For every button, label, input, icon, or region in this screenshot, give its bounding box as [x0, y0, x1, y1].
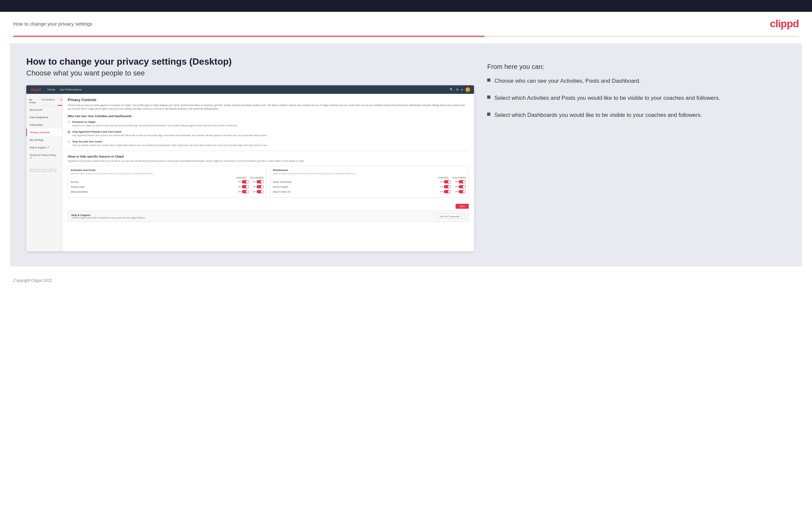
mock-rounds-followers-toggle[interactable]: ON [253, 180, 264, 183]
mock-manual-label: Manual Activities [70, 191, 238, 193]
mock-player-dash-coaches-on: ON [440, 181, 443, 183]
mock-navbar: clippd Home My Performance 🔍 ⚙ ● [26, 85, 474, 94]
mock-privacy-title: Privacy Controls [68, 98, 469, 102]
mock-dashboards-box: Dashboards Select the types of activity … [270, 166, 469, 198]
mock-sidebar-service-label: Service & Privacy Policy ↗ [30, 154, 59, 160]
mock-dashboards-header: COACHES FOLLOWERS [273, 177, 466, 179]
mock-activities-header: COACHES FOLLOWERS [70, 177, 264, 179]
mock-radio-only-you-desc: Only you and the coaches you connect wit… [72, 144, 268, 147]
mock-rounds-coaches-toggle[interactable]: ON [238, 180, 249, 183]
mock-bell-icon: ⚙ [456, 88, 459, 91]
header-title: How to change your privacy settings [13, 21, 92, 26]
mock-player-dash-followers-switch[interactable] [459, 180, 466, 183]
mock-radio-followers-btn[interactable] [68, 130, 70, 133]
mock-radio-only-you-btn[interactable] [68, 140, 70, 143]
mock-tab-connections[interactable]: Connections [39, 97, 57, 106]
mock-toggle-what-to-work: What To Work On ON ON [273, 190, 466, 193]
main-subtitle: Choose what you want people to see [26, 69, 474, 77]
mock-drills-followers-toggle[interactable]: ON [253, 185, 264, 188]
mock-rounds-coaches-on: ON [238, 181, 241, 183]
mock-manual-followers-toggle[interactable]: ON [253, 190, 264, 193]
mock-dashboards-desc: Select the types of activity that you'd … [273, 173, 466, 175]
mock-what-to-work-coaches-toggle[interactable]: ON [440, 190, 451, 193]
mock-chevron-data: › [58, 116, 59, 118]
mock-visit-community-button[interactable]: Visit Our Community ↗ [437, 214, 465, 219]
mock-round-insights-coaches-toggle[interactable]: ON [440, 185, 451, 188]
mock-what-to-work-followers-toggle[interactable]: ON [455, 190, 466, 193]
mock-activities-followers-header: FOLLOWERS [250, 177, 264, 179]
mock-rounds-followers-switch[interactable] [257, 180, 264, 183]
mock-what-to-work-followers-on: ON [455, 191, 458, 192]
mock-chevron-account: › [58, 109, 59, 111]
mock-activities-box: Activities and Posts Select the types of… [68, 166, 267, 198]
mock-player-dash-coaches-switch[interactable] [444, 180, 451, 183]
mock-drills-coaches-switch[interactable] [242, 185, 249, 188]
mock-sidebar-golfbag[interactable]: My Golf Bag › [26, 136, 62, 144]
mock-visit-external-icon: ↗ [460, 215, 462, 218]
mock-version: Clippd Client Version: 2022.8.2SQL Serve… [26, 162, 62, 174]
mock-help-section: Help & Support Visit the Clippd communit… [68, 211, 469, 222]
mock-what-to-work-label: What To Work On [273, 191, 441, 193]
mock-sidebar-service[interactable]: Service & Privacy Policy ↗ [26, 151, 62, 162]
mock-chevron-golfbag: › [58, 139, 59, 141]
mock-what-to-work-toggles: ON ON [440, 190, 466, 193]
mock-radio-everyone-desc: Everyone on Clippd can search for you an… [72, 124, 238, 127]
mock-drills-toggles: ON ON [238, 185, 264, 188]
mock-radio-everyone-btn[interactable] [68, 121, 70, 123]
mock-radio-only-you[interactable]: Only You and Your Coach Only you and the… [68, 140, 469, 147]
mock-drills-followers-switch[interactable] [257, 185, 264, 188]
mock-manual-coaches-toggle[interactable]: ON [238, 190, 249, 193]
mock-sidebar-account[interactable]: My Account › [26, 106, 62, 114]
main-content: How to change your privacy settings (Des… [10, 43, 802, 267]
mock-round-insights-followers-on: ON [455, 186, 458, 188]
mock-activities-desc: Select the types of activity that you'd … [70, 173, 264, 175]
mock-save-row: Save [68, 202, 469, 211]
mock-round-insights-coaches-switch[interactable] [444, 185, 451, 188]
bullet-square-1 [487, 78, 491, 82]
mock-rounds-toggles: ON ON [238, 180, 264, 183]
mock-rounds-followers-on: ON [253, 181, 256, 183]
mock-manual-toggles: ON ON [238, 190, 264, 193]
mock-tab-profile[interactable]: My Profile [26, 97, 39, 106]
mock-manual-followers-switch[interactable] [257, 190, 264, 193]
mock-drills-coaches-toggle[interactable]: ON [238, 185, 249, 188]
mock-activities-coaches-header: COACHES [236, 177, 246, 179]
mock-player-dash-coaches-toggle[interactable]: ON [440, 180, 451, 183]
from-here-title: From here you can: [487, 63, 786, 70]
mock-sidebar-data[interactable]: Data Integrations › [26, 114, 62, 121]
mock-dashboards-title: Dashboards [273, 169, 466, 172]
mock-logo: clippd [30, 88, 41, 92]
logo: clippd [770, 18, 799, 30]
mock-save-button[interactable]: Save [456, 204, 469, 209]
main-title: How to change your privacy settings (Des… [26, 56, 474, 67]
mock-who-section: Who Can See Your Activities and Dashboar… [68, 115, 469, 147]
mock-rounds-coaches-switch[interactable] [242, 180, 249, 183]
mock-what-to-work-followers-switch[interactable] [459, 190, 466, 193]
mock-sidebar-subscription[interactable]: Subscription › [26, 121, 62, 129]
mock-player-dash-label: Player Dashboard [273, 181, 441, 183]
mock-sidebar-privacy[interactable]: Privacy Controls › [26, 129, 62, 136]
mock-radio-everyone[interactable]: Everyone on Clippd Everyone on Clippd ca… [68, 120, 469, 127]
mock-sidebar-help[interactable]: Help & Support ↗ [26, 144, 62, 151]
footer-text: Copyright Clippd 2022 [13, 278, 52, 283]
mock-radio-followers[interactable]: Only Approved Followers and Your Coach O… [68, 130, 469, 137]
header: How to change your privacy settings clip… [0, 12, 812, 36]
bullet-text-2: Select which Activities and Posts you wo… [494, 94, 720, 102]
mock-drills-label: Practice Drills [70, 186, 238, 188]
mock-divider-1 [68, 151, 469, 151]
mock-manual-coaches-switch[interactable] [242, 190, 249, 193]
bullet-text-3: Select which Dashboards you would like t… [494, 111, 702, 119]
mock-manual-coaches-on: ON [238, 191, 241, 192]
bullet-item-1: Choose who can see your Activities, Post… [487, 77, 786, 85]
mock-settings: My Profile Connections Settings My Accou… [26, 94, 474, 251]
mock-activities-title: Activities and Posts [70, 169, 264, 172]
mock-player-dash-followers-toggle[interactable]: ON [455, 180, 466, 183]
mock-what-to-work-coaches-switch[interactable] [444, 190, 451, 193]
mock-nav-links: Home My Performance [47, 88, 82, 91]
mock-round-insights-followers-switch[interactable] [459, 185, 466, 188]
mock-manual-followers-on: ON [253, 191, 256, 192]
bullet-item-3: Select which Dashboards you would like t… [487, 111, 786, 119]
mock-avatar [465, 87, 470, 92]
mock-round-insights-followers-toggle[interactable]: ON [455, 185, 466, 188]
mock-dashboards-coaches-header: COACHES [438, 177, 448, 179]
